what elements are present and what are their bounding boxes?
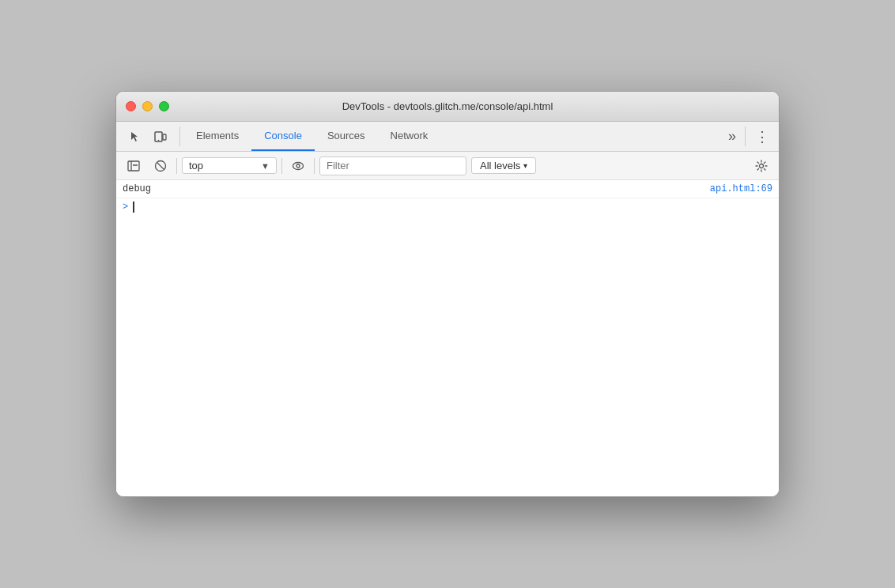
console-chevron-icon: > [123,202,128,213]
svg-point-8 [293,162,304,169]
sidebar-icon [127,160,140,172]
svg-point-9 [296,164,300,168]
tab-network[interactable]: Network [378,122,441,151]
more-tabs-button[interactable]: » [722,122,742,151]
console-debug-row: debug api.html:69 [116,180,779,198]
debug-message-text: debug [123,183,151,194]
tab-divider-2 [745,126,746,146]
console-toolbar: top ▼ All levels ▾ [116,152,779,180]
console-content: debug api.html:69 > [116,180,779,496]
minimize-button[interactable] [142,101,153,111]
tabs-list: Elements Console Sources Network [183,122,722,151]
traffic-lights [126,101,169,111]
tab-divider [179,126,180,146]
tab-elements[interactable]: Elements [183,122,251,151]
clear-console-button[interactable] [149,155,172,177]
device-toolbar-button[interactable] [149,126,172,148]
console-input-row: > [116,198,779,216]
svg-rect-1 [163,134,166,140]
filter-input-wrap [319,156,466,175]
clear-icon [154,160,167,172]
context-selector[interactable]: top ▼ [182,157,277,174]
inspect-element-button[interactable] [124,126,146,148]
toolbar-icons [119,122,176,151]
close-button[interactable] [126,101,136,111]
eye-icon [292,160,304,172]
filter-input[interactable] [327,160,459,172]
gear-icon [755,160,768,172]
svg-point-2 [158,139,160,141]
titlebar: DevTools - devtools.glitch.me/console/ap… [116,92,779,122]
toolbar-divider-2 [281,158,282,174]
window-title: DevTools - devtools.glitch.me/console/ap… [342,100,553,112]
devtools-window: DevTools - devtools.glitch.me/console/ap… [115,91,780,497]
toolbar-divider-3 [314,158,315,174]
cursor-icon [129,130,142,143]
console-cursor [133,202,134,213]
toolbar-divider-1 [176,158,177,174]
debug-source-link[interactable]: api.html:69 [710,183,772,194]
svg-rect-3 [128,161,139,171]
sidebar-toggle-button[interactable] [123,155,145,177]
log-levels-button[interactable]: All levels ▾ [471,157,536,174]
live-expression-button[interactable] [287,155,309,177]
console-settings-button[interactable] [750,155,772,177]
tab-sources[interactable]: Sources [315,122,378,151]
tab-console[interactable]: Console [251,122,315,151]
svg-line-7 [157,162,164,169]
device-icon [154,130,167,143]
devtools-menu-button[interactable]: ⋮ [749,122,776,151]
maximize-button[interactable] [159,101,169,111]
tabs-bar: Elements Console Sources Network » ⋮ [116,122,779,152]
svg-point-10 [760,164,764,168]
